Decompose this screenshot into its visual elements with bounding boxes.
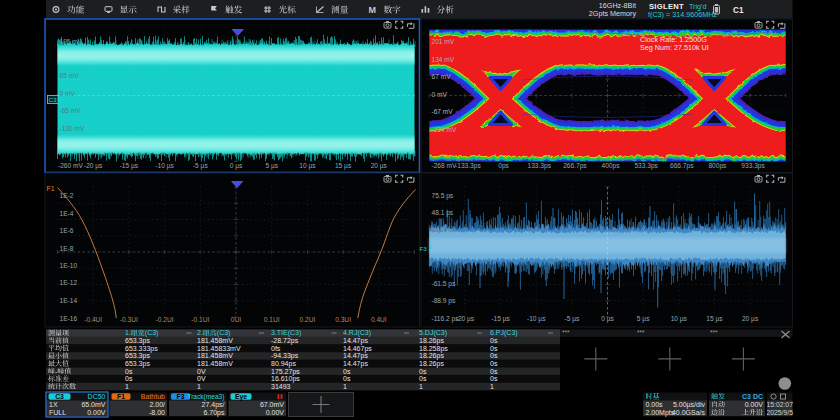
svg-text:0s: 0s	[490, 360, 498, 367]
svg-text:0.3UI: 0.3UI	[335, 316, 351, 323]
svg-text:15 µs: 15 µs	[706, 315, 723, 323]
svg-text:-268 mV: -268 mV	[432, 162, 458, 169]
svg-text:2025/9/5: 2025/9/5	[766, 409, 793, 416]
svg-text:133.3ps: 133.3ps	[527, 162, 551, 170]
svg-text:FULL: FULL	[49, 409, 66, 416]
svg-text:-61.5 ps: -61.5 ps	[432, 280, 457, 288]
svg-text:20 µs: 20 µs	[371, 162, 388, 170]
svg-text:C3 DC: C3 DC	[742, 393, 763, 400]
svg-text:20.8 ps: 20.8 ps	[432, 227, 454, 235]
svg-text:0s: 0s	[490, 352, 498, 359]
svg-text:1.: 1.	[125, 329, 131, 336]
svg-text:48.1 ps: 48.1 ps	[432, 209, 454, 217]
svg-text:Track(mea3): Track(mea3)	[187, 393, 224, 401]
svg-text:1: 1	[197, 383, 201, 390]
svg-text:0s: 0s	[490, 337, 498, 344]
svg-text:-8.00: -8.00	[149, 409, 165, 416]
svg-text:67 mV: 67 mV	[432, 73, 452, 80]
svg-text:f(C3) = 314.9606MHz: f(C3) = 314.9606MHz	[648, 10, 717, 19]
svg-text:75.5 ps: 75.5 ps	[432, 192, 454, 200]
svg-text:0s: 0s	[419, 375, 427, 382]
svg-text:0.1UI: 0.1UI	[264, 316, 280, 323]
svg-text:-133.3ps: -133.3ps	[455, 162, 481, 170]
svg-text:-15 µs: -15 µs	[120, 162, 139, 170]
svg-text:1E-4: 1E-4	[60, 210, 74, 217]
svg-text:-130 mV: -130 mV	[60, 125, 86, 132]
svg-text:0s: 0s	[125, 375, 133, 382]
svg-text:-10 µs: -10 µs	[527, 315, 546, 323]
svg-text:10 µs: 10 µs	[671, 315, 688, 323]
svg-text:-20 µs: -20 µs	[84, 162, 103, 170]
svg-text:195 mV: 195 mV	[60, 38, 83, 45]
svg-text:F3: F3	[420, 245, 428, 252]
svg-text:0.00V: 0.00V	[87, 409, 106, 416]
svg-text:0.2UI: 0.2UI	[300, 316, 316, 323]
svg-text:666.7ps: 666.7ps	[670, 162, 694, 170]
svg-text:-10 µs: -10 µs	[155, 162, 174, 170]
svg-text:F1: F1	[47, 185, 55, 192]
svg-text:0.00s: 0.00s	[646, 401, 664, 408]
svg-text:1: 1	[125, 383, 129, 390]
svg-text:65.0mV: 65.0mV	[81, 401, 105, 408]
svg-text:1E-2: 1E-2	[60, 192, 74, 199]
svg-text:27.4ps/: 27.4ps/	[202, 401, 225, 409]
svg-text:181.458mV: 181.458mV	[197, 360, 233, 367]
svg-text:400ps: 400ps	[602, 162, 621, 170]
svg-text:***: ***	[562, 329, 570, 336]
svg-text:M: M	[369, 5, 377, 15]
svg-text:1E-8: 1E-8	[60, 245, 74, 252]
svg-text:-15 µs: -15 µs	[491, 315, 510, 323]
svg-text:0 µs: 0 µs	[230, 162, 243, 170]
svg-text:1E-14: 1E-14	[60, 297, 78, 304]
svg-text:0s: 0s	[125, 368, 133, 375]
svg-text:C1: C1	[733, 6, 744, 15]
svg-text:1: 1	[343, 383, 347, 390]
svg-text:20 µs: 20 µs	[742, 315, 759, 323]
svg-text:0s: 0s	[490, 375, 498, 382]
svg-text:1E-16: 1E-16	[60, 315, 78, 322]
svg-text:Seg Num: 27.510k UI: Seg Num: 27.510k UI	[640, 43, 709, 52]
svg-text:800ps: 800ps	[708, 162, 727, 170]
svg-text:0s: 0s	[343, 368, 351, 375]
svg-text:-20 µs: -20 µs	[456, 315, 475, 323]
svg-text:10 µs: 10 µs	[299, 162, 316, 170]
svg-text:0s: 0s	[343, 375, 351, 382]
svg-text:0s: 0s	[490, 368, 498, 375]
svg-text:0.00V: 0.00V	[266, 409, 285, 416]
svg-text:0 µs: 0 µs	[601, 315, 614, 323]
svg-text:0s: 0s	[419, 368, 427, 375]
svg-text:-0.1UI: -0.1UI	[191, 316, 209, 323]
svg-text:5 µs: 5 µs	[637, 315, 650, 323]
svg-text:-260 mV: -260 mV	[58, 162, 84, 169]
svg-text:0s: 0s	[490, 345, 498, 352]
svg-text:933.3ps: 933.3ps	[741, 162, 765, 170]
svg-text:0UI: 0UI	[231, 316, 241, 323]
svg-text:2.00/: 2.00/	[149, 401, 165, 408]
svg-text:0.00V: 0.00V	[745, 401, 764, 408]
svg-text:***: ***	[637, 329, 645, 336]
svg-text:DC50: DC50	[88, 393, 106, 400]
svg-text:0.4UI: 0.4UI	[371, 316, 387, 323]
svg-text:C3: C3	[49, 97, 57, 103]
svg-text:C3: C3	[55, 393, 64, 400]
svg-text:1: 1	[419, 383, 423, 390]
svg-text:-5 µs: -5 µs	[193, 162, 208, 170]
svg-text:31493: 31493	[271, 383, 291, 390]
svg-text:-134 mV: -134 mV	[432, 126, 458, 133]
svg-text:2.: 2.	[197, 329, 203, 336]
svg-text:0 mV: 0 mV	[432, 91, 448, 98]
svg-text:0V: 0V	[197, 368, 206, 375]
svg-text:6.70ps: 6.70ps	[203, 409, 225, 417]
svg-text:F1: F1	[117, 393, 125, 400]
svg-text:181.45833mV: 181.45833mV	[197, 345, 241, 352]
svg-text:-5 µs: -5 µs	[564, 315, 579, 323]
svg-text:5 µs: 5 µs	[265, 162, 278, 170]
svg-text:5.00µs/div: 5.00µs/div	[673, 401, 706, 409]
svg-text:65 mV: 65 mV	[60, 72, 80, 79]
svg-text:181.458mV: 181.458mV	[197, 352, 233, 359]
svg-text:533.3ps: 533.3ps	[634, 162, 658, 170]
svg-text:0 mV: 0 mV	[60, 90, 76, 97]
svg-text:266.7ps: 266.7ps	[563, 162, 587, 170]
svg-text:Eye: Eye	[235, 393, 247, 401]
svg-text:-65 mV: -65 mV	[60, 107, 82, 114]
